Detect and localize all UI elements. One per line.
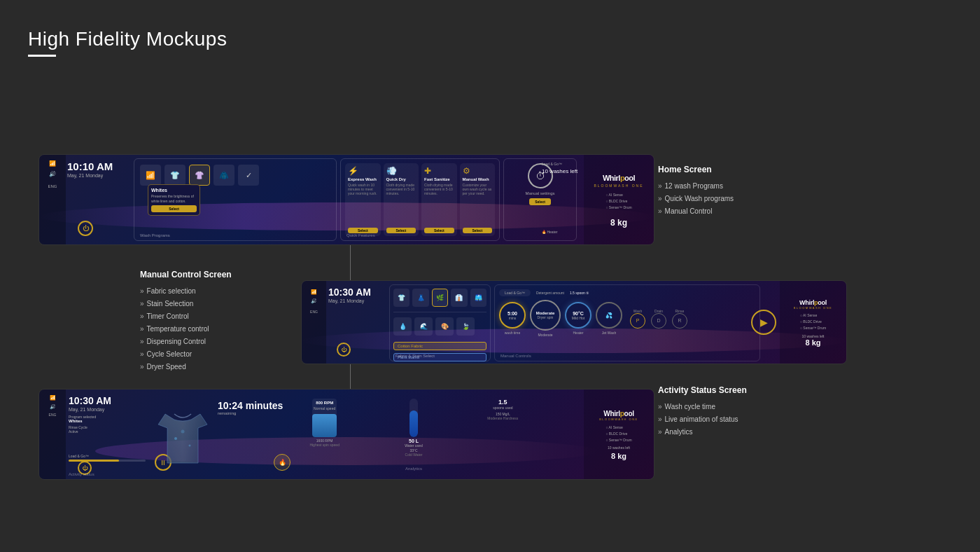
timer-value: 10:24 minutes — [218, 400, 283, 411]
prog-icon-1[interactable]: 📶 — [140, 165, 161, 186]
fabric-icon-dress[interactable]: 👗 — [412, 289, 428, 307]
activity-progress-track — [69, 460, 146, 462]
activity-brand-weight: 8 kg — [611, 452, 626, 460]
prog-icon-3-active[interactable]: 👚 — [189, 165, 210, 186]
analytics-detergent: 1.5 spoons used 150 Mg/L Moderate Hardne… — [463, 399, 543, 457]
express-icon: ⚡ — [348, 166, 378, 176]
stain-icon-3[interactable]: 🎨 — [435, 317, 454, 336]
stain-icon-2[interactable]: 🌊 — [414, 317, 433, 336]
activity-annotation-title: Activity Status Screen — [658, 385, 747, 395]
express-select-btn[interactable]: Select — [348, 228, 378, 233]
loadgo-count: 10 washes left — [542, 168, 580, 174]
dry-title: Quick Dry — [386, 177, 416, 181]
manual-power-button[interactable]: ⏻ — [337, 343, 351, 357]
dryer-spin-dial[interactable]: Moderate Dryer spin Moderate — [530, 300, 561, 337]
program-select-button[interactable]: Select — [151, 205, 197, 212]
timer-label: remaining — [218, 411, 283, 415]
temp-label: Heater — [573, 331, 583, 335]
fabric-icon-cotton-active[interactable]: 🌿 — [432, 289, 449, 307]
detergent-label: Detergent amount — [536, 291, 564, 295]
pulse-indicator[interactable]: P — [630, 313, 645, 329]
activity-progress-bar-area: Load & Go™ — [69, 454, 146, 462]
activity-brand-logo: Whirlpool — [603, 410, 634, 418]
manual-vol-icon: 🔊 — [311, 298, 317, 304]
stain-icon-4[interactable]: 🍃 — [456, 317, 475, 336]
home-time-area: 10:10 AM May, 21 Monday — [67, 160, 130, 178]
activity-annotation-1: Wash cycle time — [658, 401, 747, 413]
home-power-button[interactable]: ⏻ — [78, 221, 93, 236]
manual-control-annotation: Manual Control Screen Fabric selection S… — [140, 270, 232, 373]
stain-icon-1[interactable]: 💧 — [393, 317, 412, 336]
shirt-svg — [155, 400, 211, 470]
quick-card-manual[interactable]: ⚙ Manual Wash Customize your own wash cy… — [460, 163, 496, 236]
manual-time-area: 10:30 AM May, 21 Monday — [328, 287, 388, 303]
dry-icon: 💨 — [386, 166, 416, 176]
rinse-indicator[interactable]: R — [672, 313, 687, 329]
sanitize-select-btn[interactable]: Select — [424, 228, 454, 233]
manual-feature-3: ○ Sense™ Drum — [800, 325, 826, 331]
rpm-bar-fill — [312, 414, 337, 437]
programs-section-label: Wash Programs — [140, 233, 170, 237]
activity-progress-fill — [69, 460, 119, 462]
fabric-icon-formal[interactable]: 👔 — [451, 289, 467, 307]
activity-time-area: 10:30 AM May, 21 Monday Program selected… — [69, 395, 111, 434]
start-play-button[interactable]: ▶ — [751, 310, 776, 335]
drain-indicator[interactable]: D — [651, 313, 666, 329]
activity-annotation: Activity Status Screen Wash cycle time L… — [658, 385, 747, 439]
volume-icon: 🔊 — [49, 171, 56, 177]
quick-card-sanitize[interactable]: ✚ Fast Sanitize Cloth drying made conven… — [421, 163, 457, 236]
brand-feature-1: AI Sense — [606, 192, 631, 198]
title-underline — [28, 55, 56, 57]
manual-select-btn[interactable]: Select — [463, 228, 493, 233]
quick-card-express[interactable]: ⚡ Express Wash Quick wash in 10 minutes … — [345, 163, 381, 236]
activity-sidebar: 📶 🔊 ENG — [39, 389, 66, 479]
brand-weight: 8 kg — [610, 218, 627, 228]
manual-brand-sub: Bloomwash ONE — [794, 306, 833, 310]
svg-point-1 — [189, 445, 191, 447]
activity-status-mockup: 📶 🔊 ENG 10:30 AM May, 21 Monday Program … — [38, 389, 654, 480]
wash-label: Wash — [630, 309, 645, 313]
activity-lang: ENG — [39, 413, 66, 417]
quick-section-label: Quick Features — [346, 233, 375, 237]
water-top-val: 50 L — [409, 439, 419, 443]
manual-annotation-5: Dispensing Control — [140, 336, 232, 348]
selected-program-title: Whites — [151, 188, 197, 193]
wifi-icon: 📶 — [49, 160, 56, 167]
activity-timer: 10:24 minutes remaining — [218, 400, 283, 415]
fabric-icon-sport[interactable]: 🩳 — [470, 289, 486, 307]
manual-sidebar: 📶 🔊 ENG — [302, 281, 326, 364]
dry-select-btn[interactable]: Select — [386, 228, 416, 233]
brand-sub: Bloomwash ONE — [594, 184, 643, 188]
home-sidebar: 📶 🔊 ENG — [39, 155, 66, 244]
activity-feature-2: ○ BLDC Drive — [606, 431, 631, 437]
jet-wash-dial[interactable]: 💦 Jet Wash — [596, 302, 622, 335]
wash-time-dial[interactable]: 5:00 mins wash time — [499, 302, 526, 335]
jet-wash-circle: 💦 — [596, 302, 622, 329]
fabric-icon-shirt[interactable]: 👕 — [393, 289, 410, 307]
home-annotation-3: Manual Control — [658, 205, 734, 218]
detergent-value: 1.5 spoon ⑤ — [570, 291, 589, 295]
manual-lang: ENG — [310, 310, 318, 314]
home-screen-annotation-title: Home Screen — [658, 165, 734, 174]
language-label: ENG — [48, 184, 57, 188]
prog-icon-2[interactable]: 👕 — [164, 165, 186, 186]
quick-card-dry[interactable]: 💨 Quick Dry Cloth drying made convenient… — [384, 163, 419, 236]
prog-icon-5[interactable]: ✓ — [238, 165, 259, 186]
activity-feature-3: ○ Sense™ Drum — [606, 437, 631, 443]
loadgo-indicator[interactable]: Load & Go™ — [499, 289, 531, 296]
dry-desc: Cloth drying made convenient in 5-10 min… — [386, 183, 416, 195]
manual-brand-features: ○ AI Sense ○ BLDC Drive ○ Sense™ Drum — [800, 312, 826, 331]
water-temp-sub: Cold Water — [405, 453, 423, 457]
analytics-section: 800 RPM Normal speed 1600 RPM Highest sp… — [284, 393, 543, 474]
temperature-dial[interactable]: 90°C Mild Hot Heater — [565, 302, 592, 335]
selected-program-card: Whites Preserves the brightness of white… — [148, 184, 200, 216]
home-date: May, 21 Monday — [67, 173, 130, 178]
manual-settings-label: Manual settings — [525, 191, 554, 195]
manual-select-btn[interactable]: Select — [529, 198, 551, 205]
activity-date: May, 21 Monday — [69, 407, 111, 412]
prog-icon-4[interactable]: 🧥 — [214, 165, 234, 186]
manual-fabric-stain-section: 👕 👗 🌿 👔 🩳 💧 🌊 🎨 🍃 Cotton Fabric Paint st… — [389, 284, 491, 361]
activity-brand-features: ○ AI Sense ○ BLDC Drive ○ Sense™ Drum — [606, 425, 631, 443]
manual-control-mockup: 📶 🔊 ENG 10:30 AM May, 21 Monday ⏻ 👕 👗 🌿 … — [301, 280, 847, 364]
brand-feature-2: BLDC Drive — [606, 198, 631, 205]
